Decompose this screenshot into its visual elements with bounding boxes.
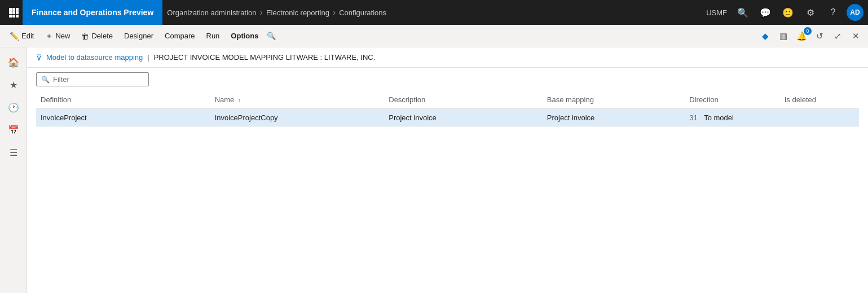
col-header-definition[interactable]: Definition — [36, 91, 210, 109]
col-header-name[interactable]: Name ↑ — [210, 91, 385, 109]
page-subtitle: PROJECT INVOICE MODEL MAPPING LITWARE : … — [154, 53, 376, 62]
table-row[interactable]: InvoiceProject InvoiceProjectCopy Projec… — [36, 109, 859, 127]
breadcrumb-sep-1: › — [260, 7, 263, 18]
table-body: InvoiceProject InvoiceProjectCopy Projec… — [36, 109, 859, 127]
top-nav-bar: Finance and Operations Preview Organizat… — [0, 0, 868, 25]
toolbar-right: ◆ ▥ 🔔 0 ↺ ⤢ ✕ — [757, 28, 863, 44]
search-nav-icon[interactable]: 🔍 — [734, 3, 752, 21]
toolbar: ✏️ Edit ＋ New 🗑 Delete Designer Compare … — [0, 25, 868, 47]
svg-rect-1 — [12, 8, 15, 11]
grid-menu-icon[interactable] — [5, 0, 23, 25]
company-label: USMF — [706, 8, 727, 17]
page-header: ⊽ Model to datasource mapping | PROJECT … — [27, 47, 868, 68]
cell-definition: InvoiceProject — [36, 109, 210, 127]
col-header-description[interactable]: Description — [384, 91, 543, 109]
page-title-separator: | — [147, 53, 149, 62]
filter-search-icon: 🔍 — [41, 76, 50, 84]
svg-rect-4 — [12, 11, 15, 14]
close-icon[interactable]: ✕ — [848, 28, 863, 44]
table-header: Definition Name ↑ Description Base mappi… — [36, 91, 859, 109]
edit-button[interactable]: ✏️ Edit — [5, 29, 39, 43]
data-table: Definition Name ↑ Description Base mappi… — [36, 91, 859, 127]
avatar[interactable]: AD — [847, 4, 863, 21]
svg-rect-5 — [16, 11, 19, 14]
main-content: ⊽ Model to datasource mapping | PROJECT … — [27, 47, 868, 293]
content-area: 🏠 ★ 🕐 📅 ☰ ⊽ Model to datasource mapping … — [0, 47, 868, 293]
settings-icon[interactable]: ⚙ — [801, 3, 819, 21]
panel-icon[interactable]: ▥ — [776, 28, 791, 44]
refresh-icon[interactable]: ↺ — [812, 28, 827, 44]
new-icon: ＋ — [45, 31, 53, 41]
table-wrap: Definition Name ↑ Description Base mappi… — [27, 91, 868, 293]
page-title-link[interactable]: Model to datasource mapping — [46, 53, 143, 62]
chat-icon[interactable]: 💬 — [756, 3, 774, 21]
svg-rect-8 — [16, 15, 19, 18]
svg-rect-2 — [16, 8, 19, 11]
expand-icon[interactable]: ⤢ — [830, 28, 845, 44]
delete-icon: 🗑 — [81, 32, 89, 41]
designer-button[interactable]: Designer — [119, 29, 158, 43]
edit-icon: ✏️ — [10, 32, 19, 41]
page-title-section: Model to datasource mapping | PROJECT IN… — [46, 53, 375, 62]
smiley-icon[interactable]: 🙂 — [779, 3, 797, 21]
sort-asc-icon: ↑ — [238, 97, 241, 103]
breadcrumb: Organization administration › Electronic… — [167, 7, 706, 18]
breadcrumb-org[interactable]: Organization administration — [167, 8, 256, 17]
col-header-basemapping[interactable]: Base mapping — [543, 91, 685, 109]
cell-direction-num: 31 — [689, 113, 697, 122]
filter-icon[interactable]: ⊽ — [36, 53, 42, 62]
filter-bar: 🔍 — [27, 68, 868, 91]
col-header-isdeleted[interactable]: Is deleted — [780, 91, 859, 109]
notification-badge: 0 — [804, 27, 812, 35]
badge-wrap: 🔔 0 — [794, 28, 809, 44]
toolbar-search-icon[interactable]: 🔍 — [267, 32, 276, 40]
new-button[interactable]: ＋ New — [40, 28, 75, 44]
compare-button[interactable]: Compare — [160, 29, 200, 43]
cell-direction: 31 To model — [685, 109, 779, 127]
help-icon[interactable]: ? — [824, 3, 842, 21]
delete-button[interactable]: 🗑 Delete — [76, 29, 118, 43]
svg-rect-3 — [9, 11, 12, 14]
sidebar-home-icon[interactable]: 🏠 — [3, 52, 24, 72]
diamond-icon[interactable]: ◆ — [757, 28, 773, 44]
cell-basemapping: Project invoice — [543, 109, 685, 127]
app-title: Finance and Operations Preview — [23, 0, 162, 25]
sidebar-list-icon[interactable]: ☰ — [3, 142, 24, 163]
breadcrumb-conf: Configurations — [339, 8, 386, 17]
svg-rect-0 — [9, 8, 12, 11]
options-button[interactable]: Options — [226, 29, 263, 43]
svg-rect-6 — [9, 15, 12, 18]
filter-input-wrap: 🔍 — [36, 72, 149, 86]
cell-description: Project invoice — [384, 109, 543, 127]
filter-input[interactable] — [53, 75, 144, 84]
svg-rect-7 — [12, 15, 15, 18]
sidebar-star-icon[interactable]: ★ — [3, 75, 24, 95]
breadcrumb-er[interactable]: Electronic reporting — [266, 8, 329, 17]
sidebar-calendar-icon[interactable]: 📅 — [3, 120, 24, 140]
cell-name: InvoiceProjectCopy — [210, 109, 385, 127]
col-header-direction[interactable]: Direction — [685, 91, 779, 109]
sidebar: 🏠 ★ 🕐 📅 ☰ — [0, 47, 27, 293]
breadcrumb-sep-2: › — [333, 7, 336, 18]
sidebar-clock-icon[interactable]: 🕐 — [3, 97, 24, 117]
cell-isdeleted — [780, 109, 859, 127]
top-nav-right: USMF 🔍 💬 🙂 ⚙ ? AD — [706, 3, 863, 21]
run-button[interactable]: Run — [201, 29, 225, 43]
